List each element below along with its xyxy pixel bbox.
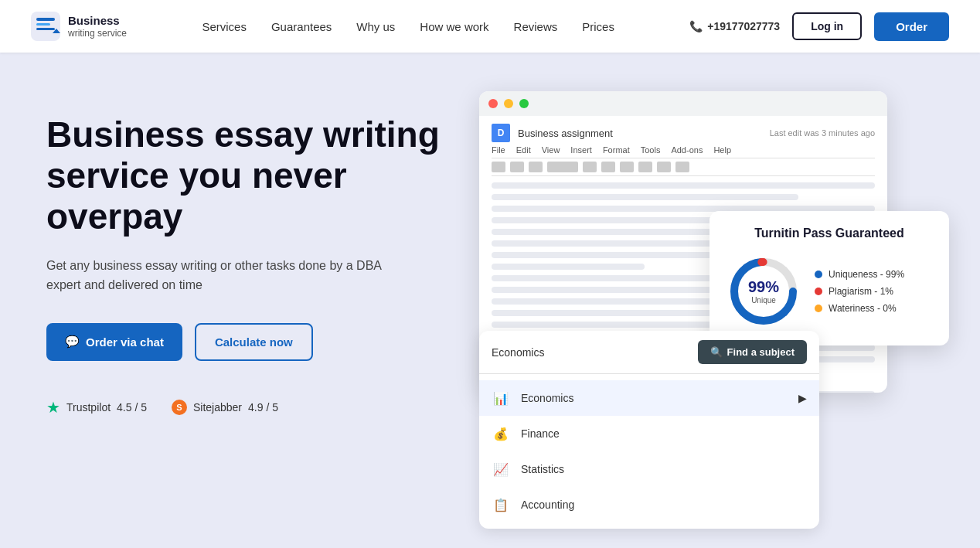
docs-menu: File Edit View Insert Format Tools Add-o…: [492, 145, 875, 155]
nav-prices[interactable]: Prices: [582, 20, 614, 33]
toolbar-item: [638, 162, 652, 172]
docs-toolbar: [492, 158, 875, 176]
turnitin-legend: Uniqueness - 99% Plagiarism - 1% Waterin…: [815, 269, 904, 314]
legend-wateriness: Wateriness - 0%: [815, 303, 904, 314]
toolbar-item: [601, 162, 615, 172]
docs-menu-addons: Add-ons: [671, 145, 703, 155]
chat-icon: 💬: [65, 335, 80, 349]
accounting-icon: 📋: [492, 495, 510, 514]
subject-list: 📊 Economics ▶ 💰 Finance 📈 Statistics 📋 A…: [479, 374, 819, 529]
find-subject-button[interactable]: 🔍 Find a subject: [698, 340, 807, 364]
svg-rect-1: [36, 18, 55, 21]
statistics-icon: 📈: [492, 460, 510, 478]
toolbar-item: [529, 162, 543, 172]
phone-icon: 📞: [689, 20, 703, 32]
sitejabber-rating: S Sitejabber 4.9 / 5: [172, 400, 278, 415]
doc-line: [492, 194, 798, 200]
docs-menu-file: File: [492, 145, 505, 155]
search-subject-text: Economics: [492, 346, 689, 359]
hero-subtitle: Get any business essay writing or other …: [46, 256, 386, 295]
turnitin-card: Turnitin Pass Guaranteed 99% Unique: [709, 211, 949, 345]
phone-text: +19177027773: [707, 20, 780, 32]
nav-reviews[interactable]: Reviews: [514, 20, 558, 33]
order-button[interactable]: Order: [874, 12, 949, 41]
trustpilot-score: 4.5 / 5: [117, 401, 147, 414]
docs-header-row: D Business assignment Last edit was 3 mi…: [492, 124, 875, 142]
subject-item-finance[interactable]: 💰 Finance: [479, 416, 819, 451]
legend-wateriness-label: Wateriness - 0%: [829, 303, 897, 314]
docs-menu-edit: Edit: [516, 145, 531, 155]
legend-dot-blue: [815, 271, 822, 278]
legend-dot-red: [815, 288, 822, 295]
window-dot-red: [488, 99, 498, 108]
subject-item-statistics[interactable]: 📈 Statistics: [479, 451, 819, 487]
toolbar-item: [657, 162, 671, 172]
find-button-label: Find a subject: [727, 346, 795, 358]
subject-search-card: Economics 🔍 Find a subject 📊 Economics ▶…: [479, 331, 819, 529]
docs-menu-view: View: [542, 145, 560, 155]
ratings-section: ★ Trustpilot 4.5 / 5 S Sitejabber 4.9 / …: [46, 398, 448, 417]
subject-item-accounting[interactable]: 📋 Accounting: [479, 487, 819, 522]
nav-services[interactable]: Services: [202, 20, 247, 33]
subject-economics-label: Economics: [521, 392, 573, 404]
login-button[interactable]: Log in: [792, 12, 862, 40]
hero-illustration: D Business assignment Last edit was 3 mi…: [479, 91, 934, 509]
arrow-icon: ▶: [798, 392, 807, 404]
svg-rect-0: [31, 12, 60, 41]
trustpilot-label: Trustpilot: [66, 401, 111, 414]
window-dot-yellow: [504, 99, 513, 108]
legend-plagiarism-label: Plagiarism - 1%: [829, 286, 893, 297]
docs-menu-format: Format: [603, 145, 630, 155]
legend-plagiarism: Plagiarism - 1%: [815, 286, 904, 297]
toolbar-item: [510, 162, 524, 172]
main-nav: Services Guarantees Why us How we work R…: [202, 20, 614, 33]
nav-why-us[interactable]: Why us: [356, 20, 395, 33]
window-dot-green: [519, 99, 529, 108]
docs-menu-help: Help: [713, 145, 731, 155]
donut-label: Unique: [748, 296, 779, 305]
donut-chart: 99% Unique: [725, 253, 802, 330]
doc-line: [492, 310, 722, 316]
docs-menu-tools: Tools: [641, 145, 661, 155]
order-chat-label: Order via chat: [86, 335, 164, 349]
doc-line: [492, 217, 722, 223]
turnitin-body: 99% Unique Uniqueness - 99% Plagiarism -…: [725, 253, 934, 330]
sitejabber-icon: S: [172, 400, 187, 415]
logo[interactable]: Business writing service: [31, 12, 127, 41]
hero-section: Business essay writing service you never…: [46, 99, 448, 417]
docs-saved-text: Last edit was 3 minutes ago: [770, 128, 875, 138]
header-right: 📞 +19177027773 Log in Order: [689, 12, 949, 41]
logo-icon: [31, 12, 60, 41]
docs-title-bar: [479, 91, 887, 116]
toolbar-item: [583, 162, 597, 172]
subject-statistics-label: Statistics: [521, 463, 564, 475]
doc-line: [492, 264, 645, 270]
donut-center: 99% Unique: [748, 277, 779, 305]
economics-icon: 📊: [492, 389, 510, 407]
sitejabber-score: 4.9 / 5: [248, 401, 278, 414]
trustpilot-star-icon: ★: [46, 398, 60, 417]
donut-percent: 99%: [748, 277, 779, 296]
subject-finance-label: Finance: [521, 427, 560, 440]
logo-name-line2: writing service: [68, 28, 127, 39]
order-chat-button[interactable]: 💬 Order via chat: [46, 323, 182, 361]
svg-rect-2: [36, 23, 50, 26]
turnitin-title: Turnitin Pass Guaranteed: [725, 226, 934, 240]
calculate-button[interactable]: Calculate now: [195, 323, 313, 361]
phone-number[interactable]: 📞 +19177027773: [689, 20, 780, 32]
docs-menu-insert: Insert: [570, 145, 592, 155]
finance-icon: 💰: [492, 424, 510, 443]
docs-filename: Business assignment: [518, 128, 613, 139]
nav-how-we-work[interactable]: How we work: [420, 20, 488, 33]
trustpilot-rating: ★ Trustpilot 4.5 / 5: [46, 398, 147, 417]
logo-name-line1: Business: [68, 14, 127, 28]
legend-uniqueness: Uniqueness - 99%: [815, 269, 904, 280]
docs-file-icon: D: [492, 124, 510, 142]
toolbar-item: [547, 162, 578, 172]
toolbar-item: [675, 162, 689, 172]
subject-item-economics[interactable]: 📊 Economics ▶: [479, 380, 819, 416]
toolbar-item: [492, 162, 505, 172]
doc-line: [492, 182, 875, 189]
nav-guarantees[interactable]: Guarantees: [271, 20, 332, 33]
toolbar-item: [620, 162, 634, 172]
